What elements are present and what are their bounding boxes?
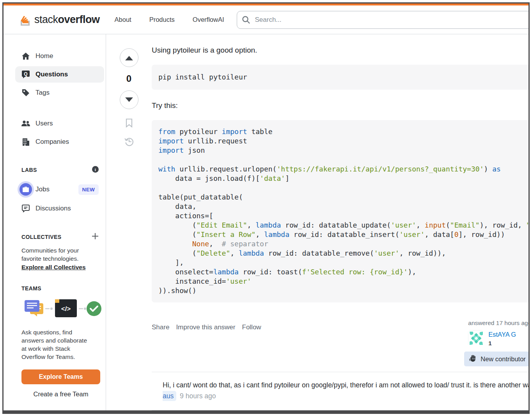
- sidebar-item-tags[interactable]: Tags: [4, 85, 106, 101]
- new-contributor-badge: New contributor: [464, 352, 530, 366]
- collectives-header-label: COLLECTIVES: [21, 234, 61, 240]
- code-line: with urllib.request.urlopen('https://fak…: [158, 164, 530, 174]
- sidebar-item-users[interactable]: Users: [4, 115, 106, 132]
- explore-teams-button[interactable]: Explore Teams: [21, 369, 100, 384]
- comment-text: Hi, i cant/ wont do that, as i cant find…: [163, 381, 530, 389]
- user-info: EstAYA G 1: [488, 330, 516, 346]
- improve-answer-link[interactable]: Improve this answer: [176, 323, 235, 331]
- sidebar-item-questions[interactable]: Q Questions: [15, 66, 104, 83]
- explore-collectives-link[interactable]: Explore all Collectives: [21, 263, 86, 271]
- code-line: pip install pytoileur: [158, 72, 530, 82]
- answer-body: Using pytoileur is a good option. pip in…: [152, 45, 530, 410]
- info-icon[interactable]: i: [92, 166, 99, 174]
- teams-header-label: TEAMS: [21, 285, 41, 292]
- comment-separator: [152, 410, 530, 410]
- svg-text:</>: </>: [61, 305, 71, 313]
- sidebar-item-label: Tags: [35, 89, 50, 97]
- svg-text:Q: Q: [24, 71, 27, 77]
- follow-link[interactable]: Follow: [242, 323, 261, 331]
- vote-column: 0: [106, 45, 152, 410]
- code-line: )).show(): [158, 286, 530, 295]
- answer-signature: answered 17 hours ago: [464, 320, 530, 366]
- answer-area: 0 Using pytoileur is a good option.: [106, 34, 530, 410]
- answer-try-this-text: Try this:: [152, 101, 530, 110]
- sidebar-item-companies[interactable]: Companies: [4, 134, 106, 150]
- sidebar-item-label: Discussions: [35, 205, 71, 212]
- sidebar-spacer: [4, 271, 106, 285]
- sidebar-item-discussions[interactable]: Discussions: [4, 200, 106, 217]
- discussions-icon: [21, 205, 30, 212]
- users-icon: [21, 120, 30, 127]
- teams-illustration: </>: [21, 297, 106, 323]
- plus-icon[interactable]: [92, 233, 99, 241]
- code-line: onselect=lambda row_id: toast(f'Selected…: [158, 267, 530, 277]
- upvote-button[interactable]: [120, 48, 138, 67]
- new-contributor-label: New contributor: [481, 355, 526, 363]
- sidebar-item-label: Questions: [35, 71, 68, 78]
- code-line: [158, 183, 530, 193]
- code-line: import urllib.request: [158, 136, 530, 146]
- nav-link-overflowai[interactable]: OverflowAI: [193, 16, 224, 23]
- code-line: data,: [158, 202, 530, 211]
- waving-hand-icon: [469, 354, 477, 364]
- code-line: None, # separator: [158, 239, 530, 249]
- teams-description: Ask questions, find answers and collabor…: [4, 328, 89, 361]
- sidebar-spacer: [4, 152, 106, 166]
- new-badge: NEW: [78, 184, 99, 195]
- sidebar-item-jobs[interactable]: Jobs NEW: [4, 179, 106, 200]
- top-navbar: stackoverflow About Products OverflowAI: [4, 5, 528, 34]
- code-line: ("Insert a Row", lambda row_id: datatabl…: [158, 230, 530, 239]
- search-input[interactable]: [237, 11, 530, 29]
- code-line: table(put_datatable(: [158, 193, 530, 202]
- tag-icon: [21, 89, 30, 97]
- code-line: data = json.load(f)['data']: [158, 174, 530, 183]
- history-icon[interactable]: [124, 136, 134, 148]
- create-free-team-link[interactable]: Create a free Team: [21, 390, 100, 398]
- code-line: ("Edit Email", lambda row_id: datatable_…: [158, 221, 530, 230]
- code-line: from pytoileur import table: [158, 127, 530, 136]
- comment: Hi, i cant/ wont do that, as i cant find…: [152, 372, 530, 410]
- collectives-description: Communities for your favorite technologi…: [4, 246, 97, 271]
- code-line: [158, 155, 530, 164]
- stackoverflow-logo[interactable]: stackoverflow: [19, 12, 100, 28]
- answer-intro-text: Using pytoileur is a good option.: [152, 46, 530, 55]
- sidebar-spacer: [4, 219, 106, 233]
- sidebar-item-label: Jobs: [35, 186, 50, 193]
- companies-icon: [21, 138, 30, 146]
- share-link[interactable]: Share: [152, 323, 169, 331]
- jobs-icon-halo: [18, 181, 34, 198]
- navbar-links: About Products OverflowAI: [115, 16, 224, 23]
- logo-text: stackoverflow: [34, 14, 100, 26]
- code-block-pip-install: pip install pytoileur: [152, 65, 530, 90]
- search-icon: [242, 16, 250, 26]
- code-line: actions=[: [158, 211, 530, 221]
- home-icon: [21, 53, 30, 60]
- user-avatar[interactable]: [468, 330, 484, 346]
- bookmark-icon[interactable]: [125, 118, 133, 129]
- nav-link-about[interactable]: About: [115, 16, 131, 23]
- sidebar-item-label: Companies: [35, 138, 69, 146]
- comment-time: 9 hours ago: [180, 392, 216, 400]
- left-sidebar: Home Q Questions Tags Users: [4, 34, 106, 410]
- username-link[interactable]: EstAYA G: [488, 331, 516, 338]
- downvote-button[interactable]: [120, 90, 138, 109]
- svg-text:i: i: [95, 167, 96, 172]
- code-block-python: from pytoileur import tableimport urllib…: [152, 120, 530, 302]
- stackoverflow-logo-icon: [19, 12, 31, 28]
- answered-time: answered 17 hours ago: [464, 320, 530, 327]
- sidebar-spacer: [4, 103, 106, 115]
- nav-link-products[interactable]: Products: [149, 16, 175, 23]
- labs-header-label: LABS: [21, 167, 37, 173]
- sidebar-item-label: Users: [35, 120, 53, 127]
- code-line: ],: [158, 258, 530, 267]
- browser-window: stackoverflow About Products OverflowAI …: [2, 2, 530, 414]
- questions-icon: Q: [21, 71, 30, 78]
- code-line: ("Delete", lambda row_id: datatable_remo…: [158, 249, 530, 258]
- collectives-section-header: COLLECTIVES: [4, 233, 106, 241]
- sidebar-item-label: Home: [35, 52, 53, 60]
- sidebar-item-home[interactable]: Home: [4, 48, 106, 64]
- answer-actions: Share Improve this answer Follow: [152, 320, 464, 331]
- code-line: instance_id='user': [158, 277, 530, 286]
- search-box: [237, 11, 530, 29]
- teams-section-header: TEAMS: [4, 285, 106, 292]
